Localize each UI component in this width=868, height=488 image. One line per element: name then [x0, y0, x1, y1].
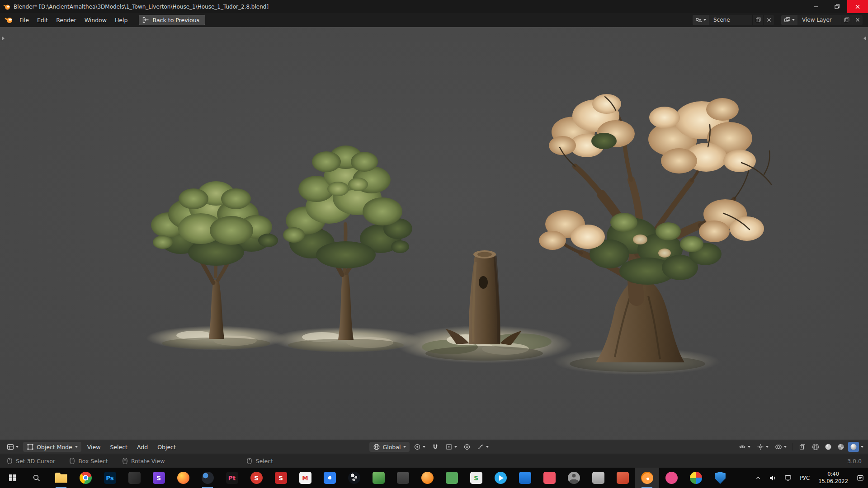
shading-material-button[interactable]: [835, 442, 846, 452]
taskbar-app-light-gray-icon: [592, 472, 604, 484]
taskbar-app-green-flat[interactable]: [439, 468, 464, 488]
taskbar-app-pinwheel[interactable]: [684, 468, 708, 488]
vp-menu-view[interactable]: View: [84, 442, 104, 452]
keyboard-language[interactable]: РУС: [796, 468, 814, 488]
vp-menu-object[interactable]: Object: [154, 442, 179, 452]
chevron-down-icon: [748, 446, 750, 448]
taskbar-app-dark-pen[interactable]: [122, 468, 146, 488]
taskbar-clock[interactable]: 0:40 15.06.2022: [814, 471, 853, 485]
gizmos-dropdown[interactable]: [755, 442, 771, 452]
chevron-down-icon: [16, 446, 19, 448]
taskbar-app-pink-circle[interactable]: [659, 468, 684, 488]
taskbar-app-purple-s-icon: S: [153, 472, 165, 484]
shading-solid-button[interactable]: [823, 442, 834, 452]
taskbar-file-explorer[interactable]: [49, 468, 73, 488]
vp-menu-add[interactable]: Add: [133, 442, 151, 452]
taskbar-user-avatar[interactable]: [561, 468, 586, 488]
proportional-editing-toggle[interactable]: [461, 442, 473, 452]
taskbar-obs[interactable]: [342, 468, 366, 488]
gizmo-icon: [757, 443, 764, 450]
volume-button[interactable]: [765, 468, 780, 488]
network-button[interactable]: [780, 468, 796, 488]
close-button[interactable]: [847, 0, 868, 13]
3d-viewport[interactable]: [0, 27, 868, 440]
taskbar-gmail[interactable]: M: [293, 468, 317, 488]
system-tray: РУС 0:40 15.06.2022: [751, 468, 868, 488]
menu-edit[interactable]: Edit: [33, 15, 52, 25]
taskbar-app-gray-wave[interactable]: [391, 468, 415, 488]
restore-button[interactable]: [826, 0, 847, 13]
toolbar-expand-arrow[interactable]: [2, 36, 5, 41]
network-icon: [784, 474, 792, 481]
vp-menu-select[interactable]: Select: [106, 442, 131, 452]
menu-render[interactable]: Render: [52, 15, 80, 25]
menu-window[interactable]: Window: [80, 15, 111, 25]
id-selectors: Scene: [693, 15, 864, 25]
sidebar-expand-arrow[interactable]: [863, 36, 866, 41]
snap-settings-dropdown[interactable]: [443, 442, 459, 452]
taskbar-app-orange-ball[interactable]: [415, 468, 439, 488]
minimize-button[interactable]: [806, 0, 826, 13]
scene-name[interactable]: Scene: [709, 17, 752, 23]
xray-toggle[interactable]: [797, 442, 808, 452]
tray-expand-button[interactable]: [751, 468, 765, 488]
view-layer-new-button[interactable]: [841, 15, 852, 25]
taskbar-firefox[interactable]: [171, 468, 195, 488]
scene-selector: Scene: [693, 15, 774, 25]
taskbar-app-green-photo[interactable]: [366, 468, 391, 488]
taskbar-app-white-s[interactable]: S: [464, 468, 488, 488]
mode-dropdown[interactable]: Object Mode: [23, 442, 81, 452]
pivot-point-dropdown[interactable]: [411, 442, 428, 452]
scene-unlink-button[interactable]: [763, 15, 774, 25]
taskbar-app-red-s-circle[interactable]: S: [244, 468, 269, 488]
taskbar-app-purple-s[interactable]: S: [146, 468, 171, 488]
overlays-dropdown[interactable]: [773, 442, 789, 452]
view-layer-browse-button[interactable]: [781, 15, 797, 25]
taskbar-app-red-s-square[interactable]: S: [269, 468, 293, 488]
start-button[interactable]: [0, 468, 24, 488]
proportional-falloff-dropdown[interactable]: [475, 442, 491, 452]
blender-logo-icon[interactable]: [5, 16, 13, 24]
taskbar-firefox-icon: [177, 472, 189, 484]
taskbar-app-dark-round[interactable]: [195, 468, 220, 488]
scene-browse-button[interactable]: [693, 15, 709, 25]
chevron-down-icon: [454, 446, 457, 448]
taskbar-telegram[interactable]: [488, 468, 513, 488]
scene-icon: [695, 17, 702, 23]
transform-orientation-dropdown[interactable]: Global: [369, 442, 410, 452]
windows-taskbar: PsSPtSSMS РУС 0:40: [0, 468, 868, 488]
taskbar-blender[interactable]: [635, 468, 659, 488]
taskbar-app-white-s-icon: S: [470, 472, 482, 484]
view-layer-remove-button[interactable]: [852, 15, 863, 25]
taskbar-photoshop[interactable]: Ps: [98, 468, 122, 488]
mouse-left-icon: [6, 457, 13, 465]
shading-dropdown-icon[interactable]: [861, 446, 863, 448]
global-orientation-icon: [373, 443, 380, 450]
menu-help[interactable]: Help: [111, 15, 132, 25]
taskbar-chrome-icon: [80, 472, 92, 484]
taskbar-search-button[interactable]: [24, 468, 49, 488]
snap-toggle-button[interactable]: [429, 442, 441, 452]
taskbar-app-pink-pixel[interactable]: [537, 468, 561, 488]
taskbar-app-red-creature[interactable]: [610, 468, 635, 488]
speaker-icon: [769, 475, 776, 481]
taskbar-substance-painter[interactable]: Pt: [220, 468, 244, 488]
object-visibility-dropdown[interactable]: [736, 442, 753, 452]
taskbar-app-blue-screen[interactable]: [513, 468, 537, 488]
taskbar-app-pink-circle-icon: [665, 472, 678, 484]
back-to-previous-label: Back to Previous: [152, 17, 199, 23]
shading-wireframe-button[interactable]: [810, 442, 821, 452]
menu-file[interactable]: File: [15, 15, 33, 25]
material-sphere-icon: [837, 443, 845, 451]
taskbar-app-light-gray[interactable]: [586, 468, 610, 488]
taskbar-obs-icon: [348, 472, 360, 484]
taskbar-chrome[interactable]: [73, 468, 98, 488]
taskbar-defender[interactable]: [708, 468, 732, 488]
back-to-previous-button[interactable]: Back to Previous: [139, 15, 205, 25]
shading-rendered-button[interactable]: [848, 442, 859, 452]
scene-new-button[interactable]: [752, 15, 763, 25]
action-center-button[interactable]: [853, 468, 868, 488]
view-layer-name[interactable]: View Layer: [797, 17, 841, 23]
taskbar-app-blue-square[interactable]: [317, 468, 342, 488]
editor-type-button[interactable]: [5, 442, 21, 452]
